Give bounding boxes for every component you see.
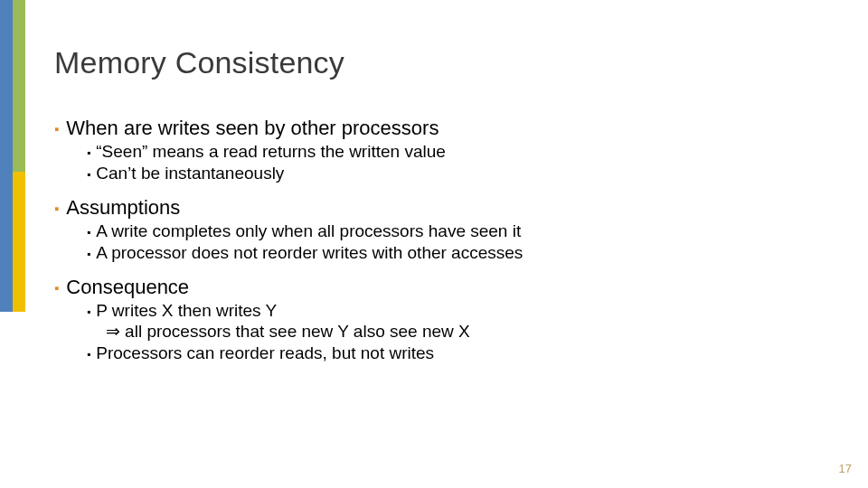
square-bullet-icon: ▪ (87, 168, 90, 181)
bullet-text: Consequence (66, 276, 189, 299)
bullet-lvl1: ▪ Assumptions (54, 196, 832, 220)
bullet-lvl1: ▪ Consequence (54, 276, 832, 299)
square-bullet-icon: ▪ (87, 146, 90, 159)
square-bullet-icon: ▪ (87, 348, 90, 361)
bullet-lvl1: ▪ When are writes seen by other processo… (54, 117, 832, 140)
bullet-lvl2: ▪ Processors can reorder reads, but not … (87, 343, 832, 363)
bullet-text: Assumptions (66, 196, 180, 220)
bullet-lvl2: ▪ A write completes only when all proces… (87, 221, 832, 241)
bullet-text: Can’t be instantaneously (96, 164, 284, 183)
slide-content: Memory Consistency ▪ When are writes see… (54, 45, 832, 363)
bullet-text: A processor does not reorder writes with… (96, 243, 523, 263)
bullet-text: P writes X then writes Y ⇒ all processor… (96, 301, 469, 342)
square-bullet-icon: ▪ (87, 305, 90, 318)
bullet-text: Processors can reorder reads, but not wr… (96, 343, 434, 363)
accent-bar-green (13, 0, 25, 172)
page-number: 17 (839, 462, 852, 475)
bullet-lvl2: ▪ Can’t be instantaneously (87, 164, 832, 183)
square-bullet-icon: ▪ (54, 121, 59, 136)
square-bullet-icon: ▪ (87, 248, 90, 260)
bullet-text: When are writes seen by other processors (66, 117, 439, 140)
square-bullet-icon: ▪ (54, 201, 59, 216)
accent-bar-blue (0, 0, 13, 312)
bullet-text: “Seen” means a read returns the written … (96, 142, 446, 162)
bullet-lvl2: ▪ P writes X then writes Y ⇒ all process… (87, 301, 832, 342)
square-bullet-icon: ▪ (87, 226, 90, 239)
bullet-lvl2: ▪ “Seen” means a read returns the writte… (87, 142, 832, 162)
bullet-text: A write completes only when all processo… (96, 221, 521, 241)
square-bullet-icon: ▪ (54, 280, 59, 296)
slide: Memory Consistency ▪ When are writes see… (0, 0, 868, 488)
slide-title: Memory Consistency (54, 45, 832, 80)
bullet-lvl2: ▪ A processor does not reorder writes wi… (87, 243, 832, 263)
accent-bar-yellow (13, 172, 25, 312)
